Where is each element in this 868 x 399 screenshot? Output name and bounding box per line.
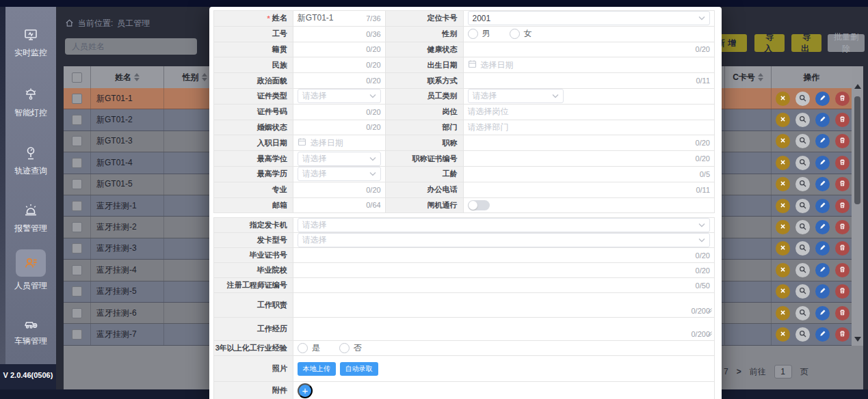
edit-button[interactable] [815,263,830,277]
delete-button[interactable] [835,306,850,320]
view-button[interactable] [795,327,810,342]
row-checkbox[interactable] [72,222,82,232]
delete-button[interactable] [835,199,850,213]
card-button[interactable] [776,327,790,342]
view-button[interactable] [795,156,810,170]
card-button[interactable] [776,241,790,256]
delete-button[interactable] [835,92,850,106]
sort-carets-icon[interactable] [134,73,140,81]
view-button[interactable] [795,284,810,299]
card-button[interactable] [776,306,790,320]
import-button[interactable]: 导入 [754,34,785,52]
auto-capture-button[interactable]: 自动录取 [340,362,378,376]
delete-button[interactable] [835,134,850,148]
row-checkbox[interactable] [72,136,82,146]
select-input[interactable]: 请选择 [298,218,710,232]
edit-button[interactable] [815,327,830,342]
col-card-header[interactable]: C卡号 [725,66,772,88]
sidebar-item[interactable]: 报警管理 [5,202,56,234]
delete-button[interactable] [835,284,850,299]
view-button[interactable] [795,113,810,127]
row-checkbox[interactable] [72,201,82,211]
delete-button[interactable] [835,113,850,127]
select-input[interactable]: 请选择 [298,89,381,103]
text-input-placeholder[interactable]: 请选择部门 [468,122,509,133]
date-picker[interactable]: 选择日期 [298,137,343,149]
sort-carets-icon[interactable] [202,73,207,81]
view-button[interactable] [795,92,810,106]
scroll-down-icon[interactable] [854,337,861,342]
view-button[interactable] [795,134,810,148]
card-button[interactable] [776,134,790,148]
local-upload-button[interactable]: 本地上传 [298,362,336,376]
row-checkbox[interactable] [72,179,82,189]
delete-button[interactable] [835,177,850,191]
radio-circle-icon[interactable] [510,29,520,39]
row-checkbox[interactable] [72,265,82,275]
page-jump-input[interactable]: 1 [774,365,792,379]
card-button[interactable] [776,220,790,234]
row-checkbox[interactable] [72,243,82,253]
view-button[interactable] [795,263,810,277]
batch-delete-button[interactable]: 批量删除 [828,34,865,52]
row-checkbox[interactable] [72,115,82,125]
select-input[interactable]: 请选择 [468,89,564,103]
edit-button[interactable] [815,134,830,148]
sidebar-item[interactable]: 智能灯控 [5,86,56,119]
resize-handle-icon[interactable] [707,306,713,316]
edit-button[interactable] [815,156,830,170]
date-picker[interactable]: 选择日期 [468,59,514,71]
radio-circle-icon[interactable] [468,29,478,39]
card-button[interactable] [776,263,790,277]
sidebar-item[interactable]: 实时监控 [5,26,56,59]
card-button[interactable] [776,113,790,127]
card-button[interactable] [776,199,790,213]
edit-button[interactable] [815,113,830,127]
view-button[interactable] [795,220,810,234]
row-checkbox[interactable] [72,158,82,168]
view-button[interactable] [795,177,810,191]
text-input-placeholder[interactable]: 请选择岗位 [468,106,509,118]
delete-button[interactable] [835,327,850,342]
row-checkbox[interactable] [72,94,82,104]
card-button[interactable] [776,156,790,170]
card-button[interactable] [776,284,790,299]
delete-button[interactable] [835,220,850,234]
edit-button[interactable] [815,306,830,320]
sidebar-item[interactable]: 车辆管理 [5,314,56,347]
row-checkbox[interactable] [72,286,82,297]
select-all-checkbox[interactable] [72,72,82,83]
next-page-icon[interactable]: > [737,367,741,376]
radio-option[interactable]: 否 [339,342,362,354]
row-checkbox[interactable] [72,329,82,340]
select-input[interactable]: 2001 [468,11,710,25]
radio-option[interactable]: 男 [468,28,490,40]
delete-button[interactable] [835,263,850,277]
export-button[interactable]: 导出 [791,34,821,52]
sidebar-item[interactable]: 人员管理 [5,249,56,292]
scrollbar-thumb[interactable] [854,96,860,204]
radio-circle-icon[interactable] [298,343,308,353]
radio-option[interactable]: 是 [298,342,320,354]
view-button[interactable] [795,306,810,320]
scroll-up-icon[interactable] [854,84,861,89]
select-input[interactable]: 请选择 [298,233,710,247]
edit-button[interactable] [815,284,830,299]
edit-button[interactable] [815,177,830,191]
view-button[interactable] [795,241,810,256]
person-name-search-input[interactable] [65,38,197,55]
page-number-7[interactable]: 7 [724,367,728,376]
card-button[interactable] [776,92,790,106]
row-checkbox[interactable] [72,308,82,318]
resize-handle-icon[interactable] [707,329,713,339]
select-input[interactable]: 请选择 [298,167,381,181]
gate-access-toggle[interactable] [468,200,490,210]
edit-button[interactable] [815,92,830,106]
edit-button[interactable] [815,199,830,213]
edit-button[interactable] [815,241,830,256]
table-scrollbar[interactable] [852,66,863,346]
delete-button[interactable] [835,156,850,170]
sidebar-item[interactable]: 轨迹查询 [5,144,56,177]
col-name-header[interactable]: 姓名 [91,66,164,88]
card-button[interactable] [776,177,790,191]
